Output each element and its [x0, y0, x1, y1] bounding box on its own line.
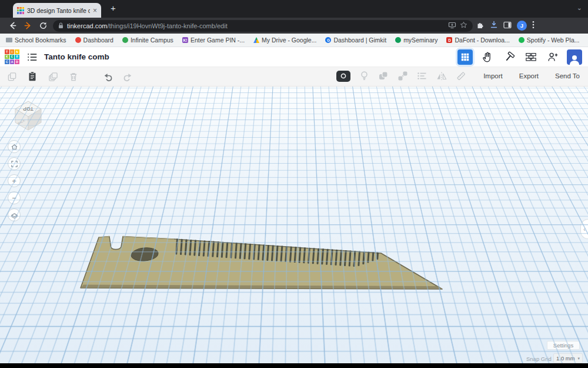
browser-profile-avatar[interactable]: J	[517, 21, 527, 31]
inspect-badge-icon[interactable]	[336, 71, 350, 82]
perspective-toggle-button[interactable]	[8, 208, 21, 221]
bookmark-item[interactable]: Infinite Campus	[122, 37, 173, 44]
new-tab-button[interactable]: +	[108, 4, 118, 14]
zoom-in-button[interactable]: +	[8, 174, 21, 187]
bookmark-label: DaFont - Downloa...	[455, 37, 509, 44]
menu-kebab-icon[interactable]	[532, 21, 534, 31]
bookmark-item[interactable]: Spotify - Web Pla...	[519, 37, 580, 44]
export-button[interactable]: Export	[519, 72, 539, 79]
infinite-campus-favicon	[122, 37, 128, 43]
copy-icon[interactable]	[6, 71, 18, 82]
install-app-icon[interactable]	[448, 21, 456, 31]
bookmark-item[interactable]: DDaFont - Downloa...	[446, 37, 509, 44]
snap-grid-value: 1.0 mm	[556, 355, 575, 362]
forward-button[interactable]	[20, 19, 35, 32]
delete-trash-icon[interactable]	[68, 71, 79, 82]
ruler-icon[interactable]	[455, 70, 467, 82]
bookmark-label: Dashboard	[83, 37, 113, 44]
shape-tools	[336, 70, 467, 82]
url-text: tinkercad.com/things/i19HovnWt9j-tanto-k…	[67, 22, 445, 29]
bookmark-label: My Drive - Google...	[262, 37, 316, 44]
snap-grid-dropdown-icon: ▾	[577, 356, 580, 361]
tab-search-chevron-icon[interactable]: ⌄	[577, 4, 582, 12]
import-button[interactable]: Import	[483, 72, 503, 79]
home-view-button[interactable]	[8, 140, 21, 153]
screen-bottom-strip	[0, 363, 588, 368]
browser-tab-strip: 3D design Tanto knife comb | × + ⌄	[0, 0, 588, 18]
align-icon[interactable]	[416, 70, 428, 82]
bookmark-item[interactable]: mySeminary	[395, 37, 437, 44]
gimkit-favicon: G	[325, 37, 331, 43]
bookmarks-list: School BookmarksDashboardInfinite Campus…	[6, 37, 588, 44]
bookmark-label: Spotify - Web Pla...	[527, 37, 580, 44]
bricks-mode-button[interactable]	[523, 49, 538, 64]
snap-grid-label: Snap Grid	[526, 356, 552, 362]
model-tanto-knife-comb[interactable]	[75, 230, 447, 296]
browser-navbar: tinkercad.com/things/i19HovnWt9j-tanto-k…	[0, 18, 588, 34]
header-actions	[457, 49, 583, 65]
tab-close-icon[interactable]: ×	[93, 7, 97, 14]
redo-icon[interactable]	[122, 71, 134, 82]
bookmark-label: Dashboard | Gimkit	[333, 37, 386, 44]
fit-view-button[interactable]	[8, 157, 21, 170]
viewcube-top-label: TOP	[23, 106, 34, 112]
bookmarks-bar: School BookmarksDashboardInfinite Campus…	[0, 34, 588, 47]
paste-icon[interactable]	[26, 71, 38, 82]
bookmark-label: Infinite Campus	[131, 37, 173, 44]
knife-body	[81, 237, 442, 290]
downloads-icon[interactable]	[490, 21, 498, 31]
view-cube[interactable]: TOP BACK	[9, 94, 47, 135]
bookmark-item[interactable]: School Bookmarks	[6, 37, 66, 44]
myseminary-favicon	[395, 37, 401, 43]
bookmark-label: School Bookmarks	[15, 37, 66, 44]
google-drive-favicon	[253, 37, 259, 43]
edit-tools	[6, 71, 134, 82]
back-button[interactable]	[5, 19, 20, 32]
address-bar[interactable]: tinkercad.com/things/i19HovnWt9j-tanto-k…	[53, 20, 473, 32]
tinkercad-account-avatar[interactable]	[567, 49, 582, 65]
sim-lab-button[interactable]	[480, 49, 495, 64]
url-path: /things/i19HovnWt9j-tanto-knife-comb/edi…	[107, 22, 227, 29]
duplicate-icon[interactable]	[47, 71, 59, 82]
bookmark-item[interactable]: Dashboard	[75, 37, 113, 44]
show-all-lightbulb-icon[interactable]	[358, 70, 370, 82]
bookmark-item[interactable]: K!Enter Game PIN -...	[182, 37, 245, 44]
bookmark-star-icon[interactable]	[460, 21, 467, 31]
design-menu-button[interactable]	[27, 52, 38, 62]
extensions-puzzle-icon[interactable]	[476, 21, 485, 31]
design-title[interactable]: Tanto knife comb	[44, 52, 109, 61]
folder-icon	[6, 38, 12, 42]
spotify-favicon	[519, 37, 524, 43]
io-buttons: Import Export Send To	[483, 72, 580, 79]
kahoot-favicon: K!	[182, 37, 188, 43]
group-icon[interactable]	[377, 70, 389, 82]
undo-icon[interactable]	[102, 71, 113, 82]
lock-icon	[58, 21, 64, 31]
url-domain: tinkercad.com	[67, 22, 107, 29]
reload-button[interactable]	[35, 19, 51, 32]
tinkercad-logo[interactable]: TINKERCAD	[5, 49, 19, 64]
tab-favicon	[17, 7, 24, 14]
side-panel-icon[interactable]	[503, 21, 512, 31]
snap-grid-select[interactable]: 1.0 mm ▾	[553, 353, 583, 363]
bookmark-item[interactable]: My Drive - Google...	[253, 37, 316, 44]
zoom-out-button[interactable]: −	[8, 191, 21, 204]
collaborate-person-add-button[interactable]	[545, 49, 560, 64]
browser-tab[interactable]: 3D design Tanto knife comb | ×	[13, 3, 101, 18]
mirror-flip-icon[interactable]	[436, 70, 447, 82]
bookmark-label: mySeminary	[403, 37, 437, 44]
viewport: TOP BACK + − ‹ Settings Snap Grid 1.0 mm…	[0, 87, 588, 363]
ungroup-icon[interactable]	[397, 70, 409, 82]
bookmark-item[interactable]: GDashboard | Gimkit	[325, 37, 386, 44]
settings-button[interactable]: Settings	[547, 341, 580, 350]
tab-title: 3D design Tanto knife comb |	[27, 7, 90, 14]
grid-mode-button[interactable]	[457, 49, 473, 65]
dashboard-favicon	[75, 37, 81, 43]
send-to-button[interactable]: Send To	[555, 72, 580, 79]
navbar-actions: J	[476, 21, 534, 31]
tinkercad-header: TINKERCAD Tanto knife comb	[0, 47, 588, 67]
bookmark-label: Enter Game PIN -...	[191, 37, 245, 44]
hammer-tools-button[interactable]	[502, 49, 516, 64]
dafont-favicon: D	[446, 37, 452, 43]
panel-handle[interactable]: ‹	[580, 219, 588, 239]
